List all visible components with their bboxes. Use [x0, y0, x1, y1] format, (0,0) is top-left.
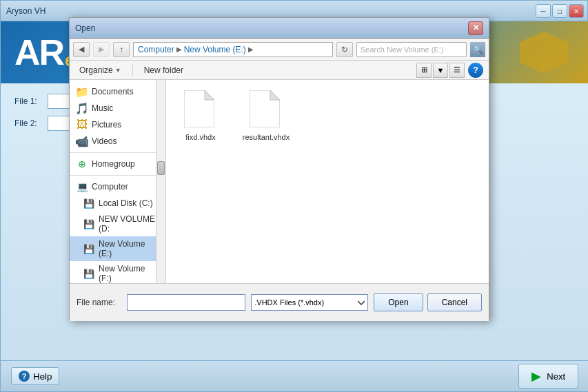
drive-c-icon: 💾	[83, 198, 94, 209]
dialog-help-button[interactable]: ?	[468, 63, 483, 78]
file-name-fixd: fixd.vhdx	[185, 133, 215, 141]
forward-button[interactable]: ▶	[93, 42, 110, 57]
sidebar-item-new-volume-f[interactable]: 💾 New Volume (F:)	[70, 261, 165, 283]
sidebar-item-new-volume-d-label: NEW VOLUME (D:	[99, 214, 159, 234]
sidebar-divider-2	[70, 175, 165, 176]
sidebar-item-new-volume-e[interactable]: 💾 New Volume (E:)	[70, 236, 165, 261]
next-button[interactable]: ▶ Next	[518, 364, 578, 389]
folder-videos-icon: 📹	[77, 136, 88, 147]
next-label: Next	[547, 371, 565, 382]
folder-music-icon: 🎵	[77, 103, 88, 114]
svg-marker-1	[205, 90, 214, 100]
sidebar-item-videos-label: Videos	[92, 136, 116, 146]
filename-label: File name:	[77, 298, 121, 307]
dialog-address-bar: ◀ ▶ ↑ Computer ▶ New Volume (E:) ▶ ↻ Sea…	[70, 39, 489, 61]
file-label-1: File 1:	[14, 96, 42, 106]
action-buttons: Open Cancel	[374, 293, 482, 311]
sidebar-item-music[interactable]: 🎵 Music	[70, 100, 165, 116]
dialog-body: 📁 Documents 🎵 Music 🖼 Pictures 📹 Videos …	[70, 80, 489, 283]
organize-label: Organize	[79, 65, 113, 75]
svg-marker-3	[270, 90, 280, 100]
app-window-controls: ─ □ ✕	[536, 4, 584, 18]
sidebar-item-computer[interactable]: 💻 Computer	[70, 178, 165, 195]
folder-documents-icon: 📁	[77, 86, 88, 97]
search-icon-button[interactable]: 🔍	[470, 42, 485, 57]
sidebar-item-new-volume-e-label: New Volume (E:)	[99, 239, 159, 258]
up-button[interactable]: ↑	[113, 42, 130, 57]
minimize-button[interactable]: ─	[536, 4, 551, 18]
sidebar-item-local-disk-label: Local Disk (C:)	[99, 198, 153, 208]
new-folder-label: New folder	[144, 65, 183, 75]
toolbar-separator	[132, 65, 133, 76]
sidebar-item-videos[interactable]: 📹 Videos	[70, 133, 165, 149]
back-button[interactable]: ◀	[73, 42, 90, 57]
open-dialog: Open ✕ ◀ ▶ ↑ Computer ▶ New Volume (E:) …	[69, 17, 489, 320]
sidebar-item-homegroup-label: Homegroup	[92, 159, 135, 169]
drive-e-icon: 💾	[83, 243, 94, 254]
breadcrumb-separator-2: ▶	[248, 45, 254, 53]
next-arrow-icon: ▶	[531, 369, 541, 384]
logo-text: AR	[14, 32, 63, 73]
sidebar-item-documents[interactable]: 📁 Documents	[70, 83, 165, 100]
dialog-titlebar: Open ✕	[70, 18, 489, 39]
sidebar-item-homegroup[interactable]: ⊕ Homegroup	[70, 156, 165, 172]
refresh-button[interactable]: ↻	[336, 42, 353, 57]
view-buttons: ⊞ ▼ ☰ ?	[416, 63, 483, 78]
filetype-select[interactable]: .VHDX Files (*.vhdx)	[251, 294, 368, 311]
file-label-2: File 2:	[14, 118, 42, 128]
sidebar: 📁 Documents 🎵 Music 🖼 Pictures 📹 Videos …	[70, 80, 166, 283]
file-name-resultant: resultant.vhdx	[243, 133, 290, 141]
breadcrumb-computer[interactable]: Computer	[138, 45, 174, 54]
file-icon-resultant	[250, 90, 283, 130]
file-item-fixd[interactable]: fixd.vhdx	[173, 87, 228, 145]
dialog-toolbar: Organize ▼ New folder ⊞ ▼ ☰ ?	[70, 61, 489, 80]
file-icon-fixd	[184, 90, 217, 130]
drive-f-icon: 💾	[83, 268, 94, 279]
view-details-button[interactable]: ☰	[449, 63, 465, 78]
app-title: Aryson VH	[6, 6, 45, 16]
folder-pictures-icon: 🖼	[77, 119, 88, 130]
breadcrumb-volume[interactable]: New Volume (E:)	[184, 45, 246, 54]
filetype-wrapper: .VHDX Files (*.vhdx)	[251, 294, 368, 311]
homegroup-icon: ⊕	[77, 158, 88, 169]
file-item-resultant[interactable]: resultant.vhdx	[239, 87, 294, 145]
sidebar-item-local-disk[interactable]: 💾 Local Disk (C:)	[70, 195, 165, 212]
dialog-bottom-bar: File name: .VHDX Files (*.vhdx) Open Can…	[70, 283, 489, 321]
sidebar-item-pictures[interactable]: 🖼 Pictures	[70, 116, 165, 133]
sidebar-item-new-volume-f-label: New Volume (F:)	[99, 264, 159, 283]
help-button[interactable]: ? Help	[11, 367, 59, 385]
sidebar-item-documents-label: Documents	[92, 87, 134, 96]
organize-button[interactable]: Organize ▼	[75, 64, 125, 76]
help-icon: ?	[19, 371, 30, 382]
app-close-button[interactable]: ✕	[569, 4, 584, 18]
open-button[interactable]: Open	[374, 293, 423, 311]
filename-input[interactable]	[127, 294, 245, 311]
breadcrumb-separator-1: ▶	[176, 45, 182, 53]
search-box[interactable]: Search New Volume (E:)	[356, 42, 467, 57]
sidebar-scrollbar-track[interactable]	[156, 80, 165, 283]
file-area: fixd.vhdx resultant.vhdx	[166, 80, 489, 283]
sidebar-divider-1	[70, 152, 165, 153]
search-placeholder-text: Search New Volume (E:)	[361, 45, 443, 54]
view-dropdown-button[interactable]: ▼	[433, 63, 448, 78]
sidebar-item-music-label: Music	[92, 103, 113, 113]
logo-decoration	[520, 32, 568, 73]
cancel-button[interactable]: Cancel	[427, 293, 482, 311]
maximize-button[interactable]: □	[552, 4, 567, 18]
sidebar-item-pictures-label: Pictures	[92, 120, 121, 130]
address-breadcrumb[interactable]: Computer ▶ New Volume (E:) ▶	[133, 42, 333, 57]
help-label: Help	[33, 371, 52, 382]
computer-icon: 💻	[77, 181, 88, 192]
view-tiles-button[interactable]: ⊞	[416, 63, 432, 78]
dialog-close-button[interactable]: ✕	[468, 21, 483, 35]
dialog-title: Open	[75, 23, 95, 33]
app-bottom-bar: ? Help ▶ Next	[1, 360, 588, 391]
organize-dropdown-icon: ▼	[115, 67, 121, 74]
sidebar-scrollbar-thumb[interactable]	[157, 161, 165, 175]
new-folder-button[interactable]: New folder	[140, 64, 187, 76]
drive-d-icon: 💾	[83, 218, 94, 229]
sidebar-item-new-volume-d[interactable]: 💾 NEW VOLUME (D:	[70, 212, 165, 236]
sidebar-item-computer-label: Computer	[92, 182, 128, 192]
